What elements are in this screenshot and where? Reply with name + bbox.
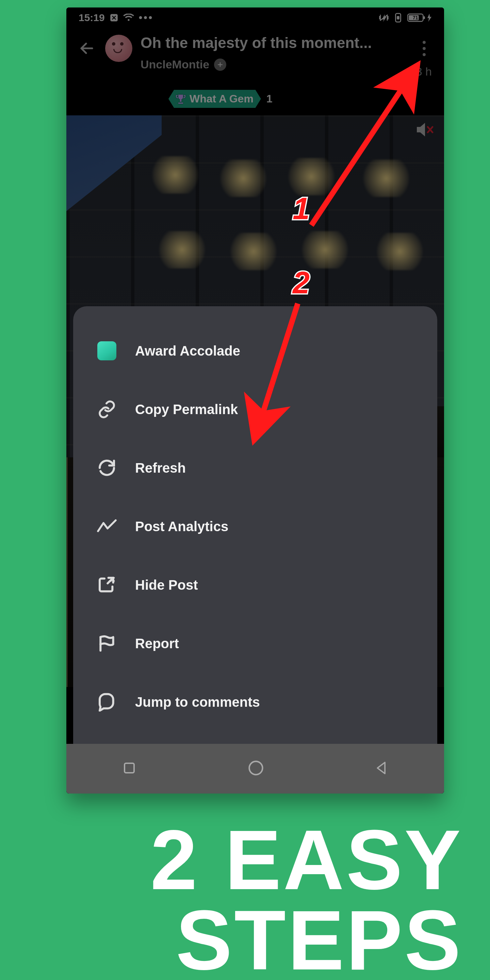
- menu-item-label: Refresh: [135, 460, 186, 476]
- nav-home-button[interactable]: [247, 759, 265, 778]
- menu-item-label: Post Analytics: [135, 519, 228, 534]
- svg-text:71: 71: [413, 15, 418, 21]
- nav-recent-button[interactable]: [121, 760, 137, 778]
- author-name[interactable]: UncleMontie: [140, 58, 209, 71]
- post-title: Oh the majesty of this moment...: [140, 35, 408, 51]
- vibrate-icon: [379, 13, 389, 22]
- status-time: 15:19: [79, 12, 105, 24]
- post-timestamp: 3 h: [416, 65, 434, 78]
- author-avatar[interactable]: [105, 35, 132, 62]
- analytics-icon: [96, 516, 118, 537]
- context-menu-sheet: Award Accolade Copy Permalink Refresh: [73, 306, 437, 744]
- stop-media-icon: [110, 13, 118, 22]
- menu-item-award[interactable]: Award Accolade: [92, 327, 419, 374]
- menu-item-hide[interactable]: Hide Post: [92, 562, 419, 608]
- android-nav-bar: [66, 744, 444, 794]
- menu-item-label: Report: [135, 636, 179, 651]
- battery-icon: 71: [407, 13, 432, 22]
- back-button[interactable]: [76, 38, 97, 59]
- accolade-badge-row: What A Gem 1: [169, 90, 444, 115]
- gem-badge-count: 1: [266, 92, 272, 105]
- caption-line-1: 2 EASY: [0, 820, 463, 900]
- rotation-lock-icon: [394, 13, 402, 23]
- svg-rect-3: [398, 16, 399, 19]
- refresh-icon: [96, 457, 118, 479]
- trophy-icon: [176, 94, 185, 104]
- instruction-caption: 2 EASY STEPS: [0, 820, 463, 980]
- flag-icon: [96, 633, 118, 654]
- post-header: Oh the majesty of this moment... UncleMo…: [66, 28, 444, 86]
- menu-item-label: Copy Permalink: [135, 402, 238, 417]
- menu-item-refresh[interactable]: Refresh: [92, 444, 419, 492]
- hide-icon: [96, 574, 118, 595]
- menu-item-label: Hide Post: [135, 578, 198, 593]
- follow-button[interactable]: [214, 59, 226, 71]
- svg-point-9: [250, 762, 263, 775]
- menu-item-label: Award Accolade: [135, 343, 240, 359]
- phone-screenshot: 15:19 •••: [66, 8, 444, 794]
- svg-rect-8: [124, 763, 134, 773]
- caption-line-2: STEPS: [0, 900, 463, 980]
- menu-item-label: Jump to comments: [135, 695, 260, 710]
- mute-button[interactable]: [415, 121, 434, 138]
- step-1-label: 1: [293, 191, 310, 226]
- more-options-button[interactable]: [416, 35, 434, 56]
- link-icon: [96, 399, 118, 420]
- comment-icon: [96, 692, 118, 713]
- menu-item-comments[interactable]: Jump to comments: [92, 679, 419, 725]
- menu-item-report[interactable]: Report: [92, 620, 419, 667]
- gem-icon: [96, 340, 118, 361]
- svg-rect-5: [424, 16, 425, 19]
- menu-item-permalink[interactable]: Copy Permalink: [92, 386, 419, 433]
- nav-back-button[interactable]: [374, 760, 389, 778]
- step-2-label: 2: [293, 266, 310, 301]
- status-bar: 15:19 •••: [66, 8, 444, 28]
- menu-item-analytics[interactable]: Post Analytics: [92, 503, 419, 550]
- more-status-icon: •••: [139, 12, 154, 24]
- gem-badge[interactable]: What A Gem: [169, 90, 261, 108]
- wifi-icon: [123, 14, 134, 22]
- gem-badge-label: What A Gem: [189, 92, 253, 105]
